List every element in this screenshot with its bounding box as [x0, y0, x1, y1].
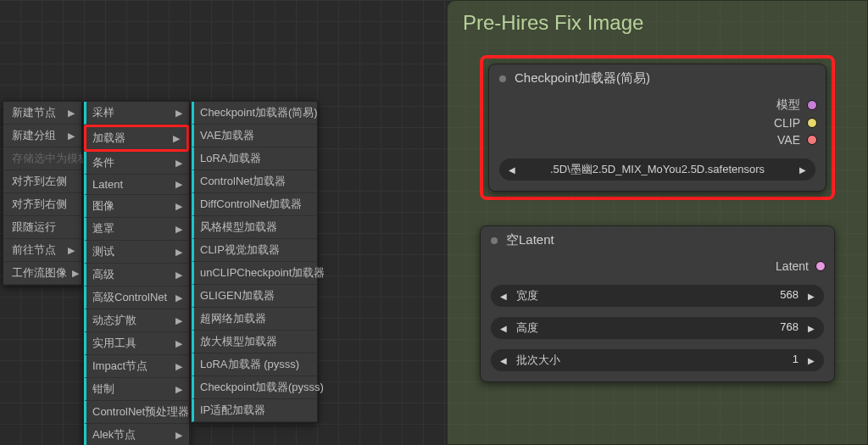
menu-item[interactable]: 采样▶: [84, 102, 189, 125]
node-header[interactable]: Checkpoint加载器(简易): [489, 64, 826, 91]
submenu-arrow-icon: ▶: [175, 247, 182, 258]
submenu-arrow-icon: ▶: [68, 131, 75, 142]
chevron-left-icon[interactable]: ◀: [498, 356, 509, 365]
menu-item-label: 对齐到右侧: [12, 197, 67, 212]
menu-item[interactable]: 条件▶: [84, 152, 189, 175]
submenu-arrow-icon: ▶: [175, 158, 182, 169]
node-checkpoint-loader[interactable]: Checkpoint加载器(简易) 模型CLIPVAE ◀ .5D\墨幽2.5D…: [488, 64, 826, 192]
menu-item[interactable]: Checkpoint加载器(pysss): [192, 376, 317, 399]
menu-item[interactable]: 动态扩散▶: [84, 309, 189, 332]
group-panel-pre-hires-fix[interactable]: Pre-Hires Fix Image Checkpoint加载器(简易) 模型…: [447, 0, 868, 445]
output-label: VAE: [777, 133, 800, 147]
collapse-dot-icon[interactable]: [491, 237, 498, 244]
output-port[interactable]: [807, 100, 817, 110]
menu-item[interactable]: LoRA加载器 (pysss): [192, 353, 317, 376]
menu-item[interactable]: 钳制▶: [84, 378, 189, 401]
menu-item[interactable]: DiffControlNet加载器: [192, 193, 317, 216]
menu-item-label: LoRA加载器: [200, 151, 261, 166]
output-port[interactable]: [807, 118, 817, 128]
submenu-arrow-icon: ▶: [175, 384, 182, 395]
menu-item-label: 新建分组: [12, 128, 56, 143]
menu-item[interactable]: 测试▶: [84, 241, 189, 264]
menu-item[interactable]: 新建节点▶: [3, 102, 81, 125]
menu-item[interactable]: Alek节点▶: [84, 424, 189, 445]
menu-item-label: 采样: [92, 105, 114, 120]
menu-item[interactable]: 工作流图像▶: [3, 262, 81, 285]
menu-item-label: 工作流图像: [12, 265, 67, 281]
collapse-dot-icon[interactable]: [499, 75, 506, 82]
menu-item[interactable]: ControlNet加载器: [192, 170, 317, 193]
menu-item[interactable]: Checkpoint加载器(简易): [192, 102, 317, 125]
node-header[interactable]: 空Latent: [481, 226, 834, 253]
submenu-arrow-icon: ▶: [175, 179, 182, 190]
menu-item[interactable]: CLIP视觉加载器: [192, 239, 317, 262]
submenu-arrow-icon: ▶: [175, 361, 182, 372]
menu-item-label: 遮罩: [92, 221, 114, 236]
widget-ckpt-name[interactable]: ◀ .5D\墨幽2.5D_MIX_MoYou2.5D.safetensors ▶: [499, 159, 815, 181]
submenu-arrow-icon: ▶: [175, 108, 182, 119]
widget-int[interactable]: ◀批次大小1▶: [491, 349, 824, 371]
menu-item[interactable]: 加载器▶: [84, 125, 189, 152]
menu-item[interactable]: LoRA加载器: [192, 147, 317, 170]
menu-item[interactable]: 实用工具▶: [84, 332, 189, 355]
menu-item-label: 条件: [92, 155, 114, 170]
output-label: CLIP: [774, 116, 800, 130]
menu-item[interactable]: 高级▶: [84, 264, 189, 286]
menu-item-label: 图像: [92, 198, 114, 214]
menu-item[interactable]: 跟随运行: [3, 216, 81, 239]
menu-item[interactable]: 图像▶: [84, 195, 189, 218]
menu-item[interactable]: ControlNet预处理器▶: [84, 401, 189, 424]
menu-item[interactable]: IP适配加载器: [192, 399, 317, 422]
widget-value: .5D\墨幽2.5D_MIX_MoYou2.5D.safetensors: [518, 162, 797, 177]
submenu-arrow-icon: ▶: [175, 224, 182, 235]
output-row: Latent: [489, 258, 826, 275]
submenu-arrow-icon: ▶: [173, 133, 180, 144]
output-row: 模型: [498, 96, 817, 114]
menu-item-label: ControlNet加载器: [200, 174, 286, 189]
submenu-arrow-icon: ▶: [175, 315, 182, 326]
menu-item[interactable]: Latent▶: [84, 175, 189, 195]
output-port[interactable]: [807, 135, 817, 145]
chevron-left-icon[interactable]: ◀: [498, 292, 509, 301]
node-outputs: 模型CLIPVAE: [489, 91, 826, 150]
menu-item-label: IP适配加载器: [200, 403, 265, 418]
menu-item-label: LoRA加载器 (pysss): [200, 357, 299, 372]
output-port[interactable]: [815, 261, 826, 271]
submenu-arrow-icon: ▶: [72, 268, 79, 279]
menu-item[interactable]: VAE加载器: [192, 125, 317, 147]
menu-item-label: 测试: [92, 244, 114, 259]
chevron-left-icon[interactable]: ◀: [498, 324, 509, 333]
menu-item[interactable]: 超网络加载器: [192, 308, 317, 331]
menu-item[interactable]: 前往节点▶: [3, 239, 81, 262]
menu-item[interactable]: 风格模型加载器: [192, 216, 317, 239]
menu-item[interactable]: 新建分组▶: [3, 125, 81, 147]
menu-item-label: 对齐到左侧: [12, 174, 67, 189]
widget-int[interactable]: ◀高度768▶: [491, 317, 824, 339]
node-title: 空Latent: [506, 232, 554, 248]
chevron-right-icon[interactable]: ▶: [797, 165, 809, 175]
widget-int[interactable]: ◀宽度568▶: [491, 285, 824, 307]
output-row: VAE: [498, 131, 817, 148]
context-menu-col2: 采样▶加载器▶条件▶Latent▶图像▶遮罩▶测试▶高级▶高级ControlNe…: [83, 101, 190, 445]
menu-item[interactable]: 放大模型加载器: [192, 331, 317, 353]
submenu-arrow-icon: ▶: [175, 270, 182, 281]
menu-item[interactable]: unCLIPCheckpoint加载器: [192, 262, 317, 285]
chevron-left-icon[interactable]: ◀: [506, 165, 518, 175]
menu-item[interactable]: GLIGEN加载器: [192, 285, 317, 308]
chevron-right-icon[interactable]: ▶: [805, 324, 817, 333]
menu-item[interactable]: 高级ControlNet▶: [84, 286, 189, 309]
menu-item-label: 超网络加载器: [200, 311, 266, 326]
menu-item-label: 钳制: [92, 381, 114, 397]
chevron-right-icon[interactable]: ▶: [805, 356, 817, 365]
menu-item[interactable]: 遮罩▶: [84, 218, 189, 241]
submenu-arrow-icon: ▶: [68, 245, 75, 256]
chevron-right-icon[interactable]: ▶: [805, 292, 817, 301]
menu-item[interactable]: Impact节点▶: [84, 355, 189, 378]
menu-item[interactable]: 对齐到右侧: [3, 193, 81, 216]
menu-item-label: 高级: [92, 267, 114, 282]
node-empty-latent[interactable]: 空Latent Latent ◀宽度568▶◀高度768▶◀批次大小1▶: [480, 225, 835, 382]
menu-item[interactable]: 对齐到左侧: [3, 170, 81, 193]
menu-item-label: ControlNet预处理器: [92, 404, 189, 420]
menu-item-label: 高级ControlNet: [92, 290, 167, 305]
submenu-arrow-icon: ▶: [175, 338, 182, 349]
